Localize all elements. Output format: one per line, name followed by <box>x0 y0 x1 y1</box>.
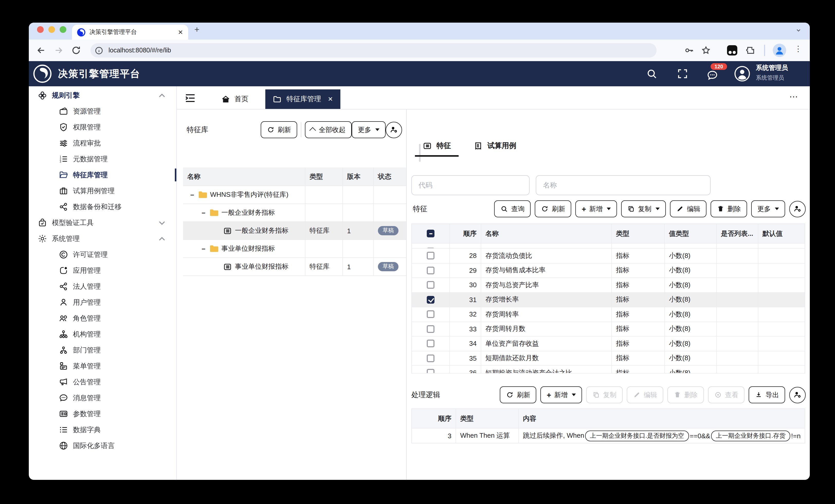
row-checkbox[interactable] <box>427 281 434 289</box>
url-text[interactable]: localhost:8080/#/re/lib <box>108 47 171 54</box>
sidebar-group-model-validation-tools[interactable]: 模型验证工具 <box>29 215 176 231</box>
tab-home[interactable]: 首页 <box>213 89 257 109</box>
user-avatar[interactable] <box>734 66 750 82</box>
message-bubble-icon[interactable] <box>707 69 718 81</box>
logic-delete-button-disabled[interactable]: 删除 <box>667 386 704 403</box>
row-checkbox[interactable] <box>427 267 434 274</box>
tab-more-icon[interactable]: ⋯ <box>789 91 798 102</box>
row-checkbox[interactable] <box>427 325 434 333</box>
tab-feature-library-mgmt[interactable]: 特征库管理 ✕ <box>265 89 340 109</box>
sidebar-item-application-mgmt[interactable]: 应用管理 <box>29 262 176 278</box>
library-refresh-button[interactable]: 刷新 <box>261 121 297 138</box>
extensions-puzzle-icon[interactable] <box>746 45 756 56</box>
bookmark-star-icon[interactable] <box>701 45 711 56</box>
feature-row[interactable]: 36短期投资与流动资产合计之比 指标小数(8) <box>412 366 805 374</box>
more-button[interactable]: 更多 <box>751 201 785 217</box>
tab-strip-chevron-icon[interactable] <box>795 27 801 34</box>
export-button[interactable]: 导出 <box>749 386 785 403</box>
sidebar-item-process-approval[interactable]: 流程审批 <box>29 135 176 151</box>
traffic-light-minimize[interactable] <box>48 26 55 33</box>
feature-row[interactable]: 28存货流动负债比 指标小数(8) <box>412 249 805 263</box>
sidebar-item-menu-mgmt[interactable]: 菜单管理 <box>29 358 176 374</box>
sidebar-item-user-mgmt[interactable]: 用户管理 <box>29 294 176 310</box>
collapse-toggle[interactable]: − <box>190 191 194 198</box>
library-members-button[interactable] <box>386 122 402 138</box>
add-button[interactable]: + 新增 <box>575 201 617 217</box>
library-more-button[interactable]: 更多 <box>352 121 386 138</box>
browser-profile-avatar[interactable] <box>773 44 786 57</box>
tab-close-icon[interactable]: ✕ <box>328 96 333 103</box>
sidebar-item-license-mgmt[interactable]: 许可证管理 <box>29 247 176 262</box>
query-button[interactable]: 查询 <box>494 201 531 217</box>
sidebar-item-permission-mgmt[interactable]: 权限管理 <box>29 119 176 135</box>
back-button[interactable] <box>36 45 46 56</box>
sidebar-item-resource-mgmt[interactable]: 资源管理 <box>29 103 176 119</box>
tab-close-icon[interactable]: ✕ <box>178 28 183 36</box>
sidebar-item-message-mgmt[interactable]: 消息管理 <box>29 390 176 406</box>
panel-splitter[interactable] <box>419 144 421 162</box>
logic-row[interactable]: 3 When Then 运算 跳过后续操作, When 上一期企业财务接口.是否… <box>412 428 805 443</box>
logic-view-button-disabled[interactable]: 查看 <box>708 386 745 403</box>
collapse-all-button[interactable]: 全部收起 <box>305 121 352 138</box>
sidebar-item-legal-entity-mgmt[interactable]: 法人管理 <box>29 278 176 294</box>
field-chip[interactable]: 上一期企业财务接口.是否财报为空 <box>585 430 689 441</box>
feature-row[interactable]: 30存货与总资产比率 指标小数(8) <box>412 278 805 293</box>
sidebar-item-announcement-mgmt[interactable]: 公告管理 <box>29 374 176 390</box>
logic-refresh-button[interactable]: 刷新 <box>500 386 536 403</box>
feature-row-selected[interactable]: 31存货增长率 指标小数(8) <box>412 293 805 307</box>
select-all-checkbox[interactable] <box>427 230 434 237</box>
extension-black-icon[interactable] <box>727 45 737 56</box>
sidebar-collapse-icon[interactable] <box>184 92 197 104</box>
sidebar-item-organization-mgmt[interactable]: 机构管理 <box>29 326 176 342</box>
feature-row[interactable]: 33存货周转月数 指标小数(8) <box>412 322 805 337</box>
feature-row[interactable]: 34单位资产留存收益 指标小数(8) <box>412 337 805 351</box>
forward-button[interactable] <box>54 45 64 56</box>
sidebar-item-trial-case-mgmt[interactable]: 试算用例管理 <box>29 183 176 199</box>
browser-tab[interactable]: 决策引擎管理平台 ✕ <box>72 25 188 40</box>
row-checkbox[interactable] <box>427 252 434 260</box>
logic-add-button[interactable]: + 新增 <box>541 386 582 403</box>
sidebar-item-parameter-mgmt[interactable]: 参数管理 <box>29 406 176 422</box>
tab-trial-cases[interactable]: 试算用例 <box>473 141 516 157</box>
site-info-icon[interactable] <box>95 46 103 55</box>
tree-row[interactable]: − 一般企业财务指标 <box>183 204 406 222</box>
traffic-light-zoom[interactable] <box>60 26 66 33</box>
sidebar-item-data-dictionary[interactable]: 数据字典 <box>29 422 176 438</box>
sidebar-item-metadata-mgmt[interactable]: 123 元数据管理 <box>29 151 176 167</box>
name-input[interactable] <box>536 175 711 195</box>
sidebar-group-system-mgmt[interactable]: 系统管理 <box>29 231 176 247</box>
collapse-toggle[interactable]: − <box>202 245 205 253</box>
copy-button[interactable]: 复制 <box>621 201 666 217</box>
row-checkbox[interactable] <box>427 311 434 318</box>
row-checkbox[interactable] <box>427 340 434 348</box>
logic-members-button[interactable] <box>789 386 806 403</box>
delete-button[interactable]: 删除 <box>711 201 747 217</box>
sidebar-item-i18n[interactable]: 国际化多语言 <box>29 438 176 454</box>
traffic-light-close[interactable] <box>37 26 44 33</box>
feature-row[interactable]: 29存货与销售成本比率 指标小数(8) <box>412 263 805 278</box>
sidebar-item-department-mgmt[interactable]: 部门管理 <box>29 342 176 358</box>
feature-members-button[interactable] <box>789 201 806 217</box>
password-key-icon[interactable] <box>684 45 694 56</box>
sidebar-item-data-backup-migration[interactable]: 数据备份和迁移 <box>29 199 176 215</box>
sidebar-item-role-mgmt[interactable]: 角色管理 <box>29 310 176 326</box>
browser-menu-icon[interactable]: ⋮ <box>794 44 802 54</box>
search-icon[interactable] <box>646 68 658 80</box>
feature-row[interactable]: 35短期借款还款月数 指标小数(8) <box>412 351 805 366</box>
reload-button[interactable] <box>71 45 81 56</box>
fullscreen-icon[interactable] <box>677 68 689 80</box>
sidebar-item-feature-library-mgmt[interactable]: 特征库管理 <box>29 167 176 183</box>
logic-copy-button-disabled[interactable]: 复制 <box>586 386 623 403</box>
tree-row[interactable]: − WHNS非零售内评(特征库) <box>183 186 406 204</box>
logic-edit-button-disabled[interactable]: 编辑 <box>627 386 663 403</box>
collapse-toggle[interactable]: − <box>202 209 205 216</box>
feature-row[interactable]: 32存货周转率 指标小数(8) <box>412 307 805 322</box>
sidebar-group-rule-engine[interactable]: 规则引擎 <box>29 87 176 103</box>
address-bar[interactable]: localhost:8080/#/re/lib <box>90 43 657 58</box>
tab-feature[interactable]: 特征 <box>423 141 451 157</box>
code-input[interactable] <box>411 175 530 195</box>
edit-button[interactable]: 编辑 <box>670 201 707 217</box>
tree-row[interactable]: − 事业单位财报指标 <box>183 240 406 258</box>
tree-row[interactable]: 事业单位财报指标 特征库 1 草稿 <box>183 258 406 276</box>
row-checkbox-checked[interactable] <box>427 296 434 303</box>
